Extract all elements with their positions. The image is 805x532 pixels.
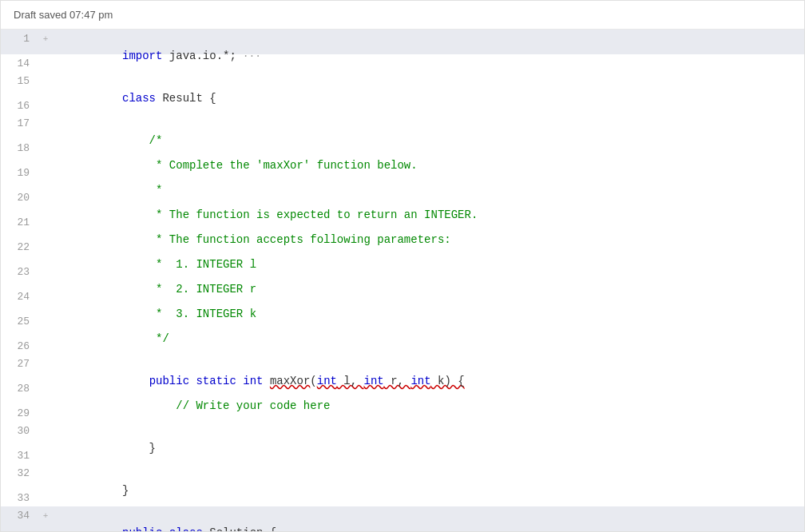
line-num-34: 34	[1, 507, 39, 525]
code-line-30: 30 }	[1, 422, 804, 447]
line-num-25: 25	[1, 313, 39, 331]
code-line-31: 31	[1, 447, 804, 464]
line-num-26: 26	[1, 338, 39, 355]
space-2	[162, 526, 169, 531]
line-num-18: 18	[1, 140, 39, 157]
line-content-14	[52, 54, 61, 72]
code-line-32: 32 }	[1, 464, 804, 489]
code-line-28: 28 // Write your code here	[1, 379, 804, 404]
code-line-29: 29	[1, 404, 804, 422]
line-num-16: 16	[1, 97, 39, 115]
code-editor: 1 + import java.io.*; ··· 14 15 class Re…	[1, 30, 804, 531]
line-content-29	[52, 404, 61, 422]
code-line-25: 25 */	[1, 312, 804, 337]
line-num-30: 30	[1, 423, 39, 440]
line-num-23: 23	[1, 264, 39, 281]
fold-icon-34[interactable]: +	[39, 507, 52, 525]
line-num-24: 24	[1, 288, 39, 306]
line-content-26	[52, 337, 61, 355]
solution-name: Solution {	[203, 526, 276, 531]
code-line-16: 16	[1, 97, 804, 114]
code-line-33: 33	[1, 489, 804, 506]
line-num-32: 32	[1, 465, 39, 482]
main-container: Draft saved 07:47 pm 1 + import java.io.…	[0, 0, 805, 532]
status-bar: Draft saved 07:47 pm	[1, 1, 804, 30]
code-line-1: 1 + import java.io.*; ···	[1, 30, 804, 54]
line-num-17: 17	[1, 115, 39, 133]
draft-status: Draft saved 07:47 pm	[14, 9, 113, 21]
code-line-27: 27 public static int maxXor(int l, int r…	[1, 355, 804, 379]
code-editor-area[interactable]: 1 + import java.io.*; ··· 14 15 class Re…	[1, 30, 804, 531]
code-line-17: 17 /*	[1, 114, 804, 139]
code-line-15: 15 class Result {	[1, 72, 804, 97]
line-content-34: public class Solution { ···	[52, 506, 302, 531]
code-line-26: 26	[1, 337, 804, 355]
line-num-31: 31	[1, 447, 39, 465]
line-content-31	[52, 447, 61, 464]
line-num-14: 14	[1, 55, 39, 73]
code-line-19: 19 *	[1, 164, 804, 189]
line-num-20: 20	[1, 189, 39, 207]
line-content-16	[52, 97, 61, 114]
line-num-19: 19	[1, 165, 39, 182]
line-num-21: 21	[1, 214, 39, 232]
code-line-34: 34 + public class Solution { ···	[1, 506, 804, 531]
line-num-27: 27	[1, 355, 39, 373]
code-line-20: 20 * The function is expected to return …	[1, 189, 804, 213]
keyword-class-solution: class	[169, 526, 203, 531]
code-line-21: 21 * The function accepts following para…	[1, 213, 804, 238]
fold-dots-34: ···	[276, 527, 301, 531]
code-line-23: 23 * 2. INTEGER r	[1, 263, 804, 288]
line-num-28: 28	[1, 380, 39, 398]
line-num-29: 29	[1, 405, 39, 423]
code-line-14: 14	[1, 54, 804, 72]
line-num-15: 15	[1, 73, 39, 90]
code-line-18: 18 * Complete the 'maxXor' function belo…	[1, 139, 804, 164]
fold-icon-1[interactable]: +	[39, 30, 52, 48]
keyword-public-class: public	[122, 526, 162, 531]
line-content-33	[52, 489, 61, 506]
code-line-24: 24 * 3. INTEGER k	[1, 288, 804, 312]
line-num-33: 33	[1, 490, 39, 507]
line-num-1: 1	[1, 30, 39, 48]
line-num-22: 22	[1, 239, 39, 256]
code-line-22: 22 * 1. INTEGER l	[1, 238, 804, 263]
